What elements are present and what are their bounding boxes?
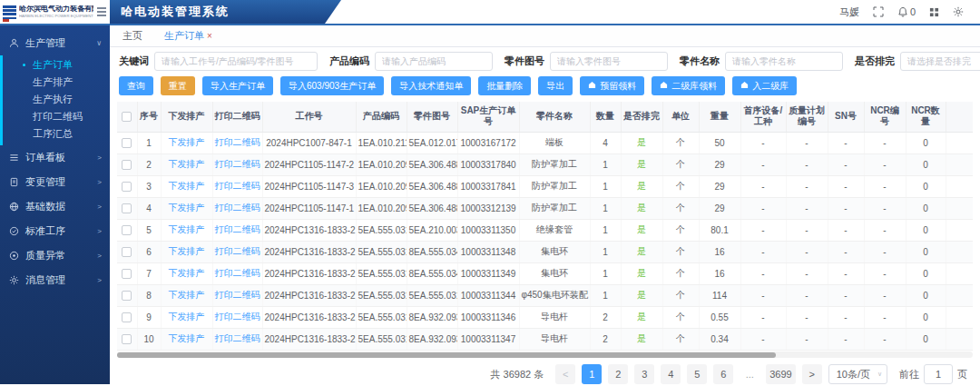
cell-ncr-qty: 0 [906,328,946,350]
issue-scheduling-link[interactable]: 下发排产 [169,181,205,191]
row-checkbox[interactable] [122,247,132,257]
sidebar-item-质量异常[interactable]: 质量异常> [0,243,110,268]
issue-scheduling-link[interactable]: 下发排产 [169,137,205,147]
page-button-6[interactable]: 6 [713,364,733,384]
grid-icon[interactable] [929,7,939,17]
row-checkbox[interactable] [122,334,132,344]
row-checkbox[interactable] [122,269,132,279]
print-qrcode-link[interactable]: 打印二维码 [215,312,260,322]
page-button-3[interactable]: 3 [634,364,654,384]
page-button-1[interactable]: 1 [582,364,602,384]
page-button-2[interactable]: 2 [608,364,628,384]
gear-icon[interactable] [953,6,964,17]
print-qrcode-link[interactable]: 打印二维码 [215,203,260,213]
sidebar-item-订单看板[interactable]: 订单看板> [0,145,110,170]
查询-button[interactable]: 查询 [119,76,153,95]
批量删除-button[interactable]: 批量删除 [478,76,531,95]
fullscreen-icon[interactable] [873,6,884,17]
tab-主页[interactable]: 主页 [122,25,142,46]
重置-button[interactable]: 重置 [161,76,195,95]
预留领料-button[interactable]: 预留领料 [580,76,644,95]
row-checkbox[interactable] [122,291,132,301]
more-pages-button[interactable]: ... [740,364,760,384]
cell-ncr-qty: 0 [906,306,946,328]
row-checkbox[interactable] [122,203,132,213]
filter-input-关键词[interactable] [154,52,318,71]
page-button-4[interactable]: 4 [661,364,681,384]
cell-product-code: 5EA.555.0312 [356,328,407,350]
prev-page-button[interactable]: < [555,364,575,384]
page-button-5[interactable]: 5 [687,364,707,384]
active-bullet-icon [23,64,25,66]
tab-生产订单[interactable]: 生产订单× [164,25,212,46]
issue-scheduling-link[interactable]: 下发排产 [169,268,205,278]
issue-scheduling-link[interactable]: 下发排产 [169,224,205,234]
horizontal-scrollbar[interactable] [117,351,973,359]
sidebar-subitem-工序汇总[interactable]: 工序汇总 [3,125,110,143]
print-qrcode-link[interactable]: 打印二维码 [215,246,260,256]
issue-scheduling-link[interactable]: 下发排产 [169,246,205,256]
导入技术通知单-button[interactable]: 导入技术通知单 [391,76,471,95]
issue-scheduling-link[interactable]: 下发排产 [169,312,205,322]
print-qrcode-link[interactable]: 打印二维码 [215,159,260,169]
sidebar-subitem-打印二维码[interactable]: 打印二维码 [3,108,110,125]
print-qrcode-link[interactable]: 打印二维码 [215,224,260,234]
print-qrcode-link[interactable]: 打印二维码 [215,333,260,343]
cell-ncr-qty: 0 [906,132,946,153]
hamburger-menu-icon[interactable] [96,7,107,16]
cell-sap-no: 10003312139 [457,197,519,219]
sidebar-item-变更管理[interactable]: 变更管理> [0,170,110,194]
cell-weight: 29 [699,197,740,219]
cell-weight: 16 [699,262,740,284]
issue-scheduling-link[interactable]: 下发排产 [169,333,205,343]
filter-select-是否排完[interactable]: 请选择是否排完∨ [900,52,980,71]
row-checkbox[interactable] [122,182,132,192]
page-button-3699[interactable]: 3699 [766,364,795,384]
column-header: SN号 [828,102,864,132]
sidebar-subitem-生产订单[interactable]: 生产订单 [3,56,110,74]
filter-input-零件名称[interactable] [725,52,843,71]
bell-icon[interactable]: 0 [897,6,916,17]
user-name[interactable]: 马媛 [839,5,859,19]
next-page-button[interactable]: > [802,364,822,384]
row-checkbox[interactable] [122,160,132,170]
sidebar-subitem-生产排产[interactable]: 生产排产 [3,74,110,91]
row-checkbox[interactable] [122,225,132,235]
cell-no: 7 [137,262,161,284]
sidebar-subitem-生产执行[interactable]: 生产执行 [3,91,110,108]
print-qrcode-link[interactable]: 打印二维码 [215,268,260,278]
close-icon[interactable]: × [207,31,212,41]
print-qrcode-link[interactable]: 打印二维码 [215,137,260,147]
issue-scheduling-link[interactable]: 下发排产 [169,203,205,213]
sidebar-item-消息管理[interactable]: 消息管理> [0,268,110,292]
column-header: NCR数量 [906,102,946,132]
page-size-select[interactable]: 10条/页 ∨ [828,364,887,384]
production-icon [8,38,19,48]
issue-scheduling-link[interactable]: 下发排产 [169,290,205,300]
print-qrcode-link[interactable]: 打印二维码 [215,181,260,191]
issue-scheduling-link[interactable]: 下发排产 [169,159,205,169]
row-checkbox[interactable] [122,312,132,322]
select-all-checkbox[interactable] [122,112,132,122]
导入生产订单-button[interactable]: 导入生产订单 [202,76,273,95]
notification-count: 0 [910,6,916,17]
导出-button[interactable]: 导出 [538,76,573,95]
filter-field-关键词: 关键词 [119,52,318,71]
cell-qty: 4 [590,132,621,153]
sidebar-item-标准工序[interactable]: 标准工序> [0,219,110,243]
goto-page-input[interactable] [924,364,953,384]
column-header: 零件图号 [407,102,457,132]
入二级库-button[interactable]: 入二级库 [732,76,797,95]
二级库领料-button[interactable]: 二级库领料 [652,76,725,95]
filter-input-零件图号[interactable] [550,52,668,71]
app-title-banner: 哈电动装管理系统 [110,0,341,24]
cell-print-link: 打印二维码 [212,241,262,262]
cell-ncr-qty: 0 [906,284,946,306]
导入603/903生产订单-button[interactable]: 导入603/903生产订单 [280,76,384,95]
sidebar-item-生产管理[interactable]: 生产管理∨ [0,31,110,55]
print-qrcode-link[interactable]: 打印二维码 [215,290,260,300]
row-checkbox[interactable] [122,138,132,148]
sidebar-item-基础数据[interactable]: 基础数据> [0,194,110,219]
filter-input-产品编码[interactable] [375,52,493,71]
scrollbar-thumb[interactable] [117,352,776,358]
